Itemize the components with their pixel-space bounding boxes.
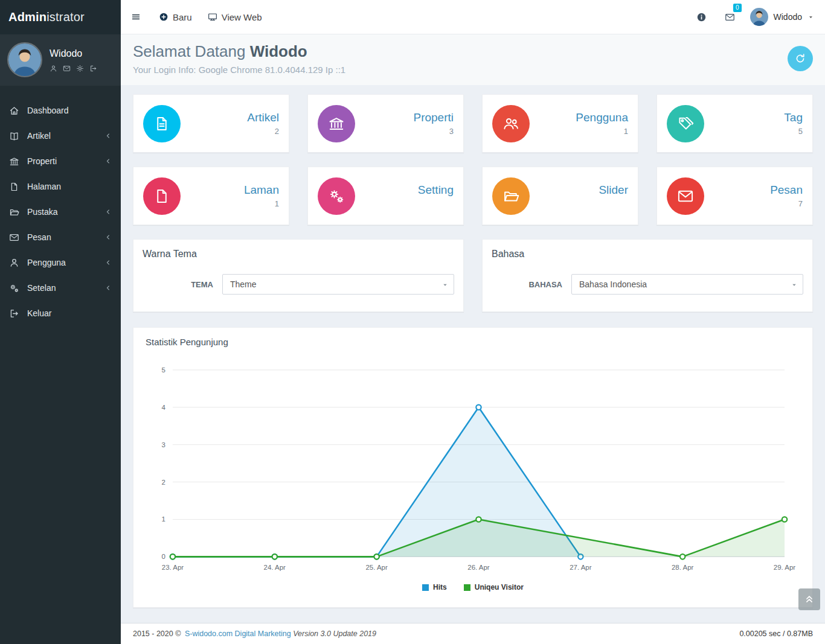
- infobox-title[interactable]: Laman: [181, 183, 279, 197]
- home-icon: [9, 106, 19, 116]
- envelope-icon: [677, 188, 694, 205]
- infobox-slider[interactable]: Slider: [482, 167, 638, 225]
- infobox-icon-circle: [318, 177, 355, 215]
- infobox-title[interactable]: Pengguna: [530, 111, 628, 124]
- envelope-icon[interactable]: [63, 65, 71, 72]
- infobox-title[interactable]: Setting: [355, 183, 454, 197]
- statistics-panel: Statistik Pengunjung 01234523. Apr24. Ap…: [133, 327, 813, 608]
- footer-copyright: 2015 - 2020 ©: [133, 630, 181, 638]
- svg-text:26. Apr: 26. Apr: [467, 564, 490, 571]
- gears-icon: [9, 283, 19, 293]
- user-icon[interactable]: [50, 65, 57, 72]
- scroll-top-button[interactable]: [798, 588, 820, 610]
- infobox-title[interactable]: Tag: [704, 111, 803, 124]
- desktop-icon: [208, 12, 217, 22]
- language-select-value: Bahasa Indonesia: [579, 279, 647, 289]
- footer-link[interactable]: S-widodo.com Digital Marketing: [185, 630, 291, 638]
- sidebar-item-label: Keluar: [27, 308, 51, 318]
- caret-down-icon: [791, 281, 798, 289]
- infobox-tag[interactable]: Tag5: [656, 94, 813, 153]
- language-panel-title: Bahasa: [483, 240, 812, 262]
- chevron-left-icon: [104, 208, 112, 215]
- legend-item-hits[interactable]: Hits: [422, 583, 447, 591]
- theme-label: TEMA: [143, 280, 222, 289]
- plus-circle-icon: [159, 12, 169, 22]
- folder-open-icon: [502, 188, 519, 205]
- sidebar-user-panel: Widodo: [0, 34, 121, 86]
- footer-left: 2015 - 2020 © S-widodo.com Digital Marke…: [133, 630, 378, 638]
- svg-text:5: 5: [162, 366, 165, 374]
- gear-icon[interactable]: [76, 65, 84, 72]
- sidebar-item-halaman[interactable]: Halaman: [0, 174, 121, 199]
- legend-item-unique-visitor[interactable]: Uniqeu Visitor: [464, 583, 524, 591]
- legend-label-unique-visitor: Uniqeu Visitor: [475, 583, 524, 591]
- sidebar-user-actions: [50, 65, 97, 72]
- theme-select[interactable]: Theme: [222, 274, 454, 295]
- infobox-count: 3: [355, 127, 454, 136]
- svg-text:0: 0: [162, 553, 165, 560]
- info-circle-icon: [696, 12, 707, 22]
- user-icon: [9, 258, 19, 268]
- user-menu[interactable]: Widodo: [744, 0, 825, 34]
- svg-text:28. Apr: 28. Apr: [672, 564, 694, 571]
- infobox-icon-circle: [492, 177, 530, 215]
- file-icon: [153, 188, 170, 205]
- refresh-button[interactable]: [788, 46, 813, 71]
- login-info: Your Login Info: Google Chrome 81.0.4044…: [133, 65, 345, 75]
- infobox-icon-circle: [143, 177, 181, 215]
- footer-version: Version 3.0 Update 2019: [293, 630, 376, 638]
- caret-down-icon: [807, 14, 814, 21]
- infobox-title[interactable]: Artikel: [181, 111, 279, 124]
- chevron-left-icon: [104, 132, 112, 139]
- sidebar-item-artikel[interactable]: Artikel: [0, 123, 121, 148]
- view-web-button[interactable]: View Web: [200, 0, 270, 34]
- infobox-pengguna[interactable]: Pengguna1: [482, 94, 638, 153]
- infobox-title[interactable]: Pesan: [704, 183, 803, 197]
- main-header: Administrator Baru View Web 0: [0, 0, 825, 34]
- info-button[interactable]: [687, 0, 716, 34]
- infobox-setting[interactable]: Setting: [307, 167, 464, 225]
- sidebar-item-pengguna[interactable]: Pengguna: [0, 250, 121, 275]
- infobox-properti[interactable]: Properti3: [307, 94, 464, 153]
- language-label: BAHASA: [492, 280, 571, 289]
- language-select[interactable]: Bahasa Indonesia: [571, 274, 803, 295]
- messages-button[interactable]: 0: [716, 0, 744, 34]
- sidebar-item-properti[interactable]: Properti: [0, 148, 121, 174]
- bank-icon: [9, 156, 19, 167]
- app-logo[interactable]: Administrator: [0, 0, 121, 34]
- sign-out-icon[interactable]: [89, 65, 97, 72]
- theme-panel-title: Warna Tema: [133, 240, 463, 262]
- svg-text:3: 3: [162, 441, 165, 448]
- svg-text:4: 4: [162, 404, 166, 411]
- hamburger-icon: [131, 12, 141, 22]
- infobox-title[interactable]: Properti: [355, 111, 454, 124]
- users-icon: [502, 115, 519, 132]
- infobox-icon-circle: [143, 105, 181, 142]
- sidebar-item-pustaka[interactable]: Pustaka: [0, 199, 121, 225]
- infobox-title[interactable]: Slider: [530, 183, 628, 197]
- new-button[interactable]: Baru: [151, 0, 200, 34]
- infobox-pesan[interactable]: Pesan7: [656, 167, 813, 225]
- user-menu-name: Widodo: [774, 12, 802, 22]
- book-icon: [9, 131, 19, 141]
- view-web-label: View Web: [222, 12, 262, 22]
- file-text-icon: [153, 115, 170, 132]
- infobox-artikel[interactable]: Artikel2: [133, 94, 289, 153]
- sidebar-item-pesan[interactable]: Pesan: [0, 225, 121, 250]
- language-panel: Bahasa BAHASA Bahasa Indonesia: [482, 239, 813, 312]
- page-title: Selamat Datang Widodo: [133, 42, 345, 61]
- sidebar-toggle-button[interactable]: [121, 0, 151, 34]
- legend-swatch-unique-visitor: [464, 584, 470, 591]
- infobox-icon-circle: [492, 105, 530, 142]
- sidebar-item-dashboard[interactable]: Dashboard: [0, 98, 121, 123]
- theme-panel: Warna Tema TEMA Theme: [133, 239, 464, 312]
- infobox-laman[interactable]: Laman1: [133, 167, 289, 225]
- sidebar-user-name: Widodo: [50, 48, 97, 59]
- sidebar-item-setelan[interactable]: Setelan: [0, 275, 121, 301]
- refresh-icon: [794, 53, 806, 65]
- sidebar-item-keluar[interactable]: Keluar: [0, 301, 121, 326]
- envelope-icon: [725, 12, 735, 22]
- gears-icon: [328, 188, 345, 205]
- main-footer: 2015 - 2020 © S-widodo.com Digital Marke…: [121, 623, 825, 644]
- svg-text:2: 2: [162, 479, 165, 486]
